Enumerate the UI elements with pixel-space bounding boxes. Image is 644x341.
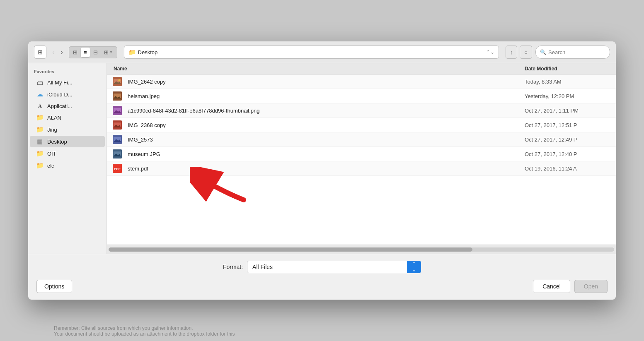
file-icon-cell: PDF [107, 164, 128, 173]
options-button[interactable]: Options [36, 280, 72, 293]
file-type-icon [113, 120, 122, 130]
col-date-header: Date Modified [521, 66, 616, 72]
open-button: Open [574, 280, 608, 293]
sidebar-toggle-icon: ⊞ [38, 49, 43, 55]
file-name: stem.pdf [128, 166, 521, 172]
col-name-header: Name [107, 66, 521, 72]
svg-text:PDF: PDF [114, 167, 121, 171]
svg-point-3 [119, 79, 121, 82]
view-columns-button[interactable]: ⊟ [90, 48, 101, 57]
search-box: 🔍 [535, 46, 610, 59]
file-date: Oct 27, 2017, 12:49 P [521, 137, 616, 143]
view-grid-button[interactable]: ⊞▼ [101, 48, 116, 57]
file-type-icon [113, 135, 122, 144]
sidebar-item-label: Desktop [47, 139, 67, 145]
alan-folder-icon: 📁 [36, 114, 44, 121]
sidebar-item-label: elc [47, 163, 54, 169]
format-select[interactable]: All Files JPEG PNG PDF GIF TIFF [247, 261, 421, 273]
file-name: IMG_2368 copy [128, 122, 521, 128]
file-name: a1c990cd-848f-43d2-81ff-e6a8f778dd96-thu… [128, 108, 521, 114]
sidebar-item-all-my-files[interactable]: 🗃 All My Fi... [30, 77, 105, 88]
file-type-icon [113, 77, 122, 86]
file-date: Oct 27, 2017, 1:11 PM [521, 108, 616, 114]
desktop-folder-icon: ▦ [36, 138, 44, 145]
sidebar-item-label: ALAN [47, 115, 61, 121]
table-row[interactable]: heisman.jpeg Yesterday, 12:20 PM [107, 89, 616, 103]
file-name: IMG_2642 copy [128, 79, 521, 85]
file-icon-cell [107, 120, 128, 130]
table-row[interactable]: IMG_2642 copy Today, 8:33 AM [107, 74, 616, 89]
sidebar-item-label: iCloud D... [47, 91, 73, 98]
sidebar-item-label: Jing [47, 127, 57, 133]
view-list-button[interactable]: ≡ [81, 48, 90, 57]
sidebar-item-jing[interactable]: 📁 Jing [30, 124, 105, 135]
table-row[interactable]: IMG_2368 copy Oct 27, 2017, 12:51 P [107, 118, 616, 132]
elc-folder-icon: 📁 [36, 162, 44, 169]
sidebar-item-alan[interactable]: 📁 ALAN [30, 112, 105, 123]
file-name: IMG_2573 [128, 137, 521, 143]
sidebar-item-icloud-drive[interactable]: ☁ iCloud D... [30, 89, 105, 100]
format-select-wrapper: All Files JPEG PNG PDF GIF TIFF ⌃⌄ [247, 261, 421, 273]
file-type-icon [113, 91, 122, 101]
scrollbar-thumb [109, 247, 472, 252]
file-type-icon [113, 106, 122, 115]
bottom-area: Format: All Files JPEG PNG PDF GIF TIFF … [28, 254, 616, 300]
share-icon: ↑ [510, 49, 513, 55]
bg-text-line-2: Your document should be uploaded as an a… [54, 331, 590, 337]
file-icon-cell [107, 106, 128, 115]
applications-icon: 𝐀 [36, 103, 44, 109]
sidebar-item-label: Applicati... [47, 103, 72, 109]
table-row[interactable]: PDF stem.pdf Oct 19, 2016, 11:24 A [107, 161, 616, 176]
tag-icon: ○ [524, 49, 528, 55]
file-name: museum.JPG [128, 151, 521, 157]
share-button[interactable]: ↑ [506, 46, 518, 59]
right-buttons: Cancel Open [533, 280, 608, 293]
sidebar-item-label: All My Fi... [47, 79, 73, 86]
search-icon: 🔍 [540, 49, 546, 55]
format-label: Format: [223, 264, 243, 270]
toolbar: ⊞ ‹ › ⊞ ≡ ⊟ ⊞▼ 📁 Desktop ⌃⌄ ↑ ○ 🔍 [28, 41, 616, 63]
file-date: Oct 27, 2017, 12:40 P [521, 151, 616, 157]
cancel-button[interactable]: Cancel [533, 280, 570, 293]
file-date: Oct 19, 2016, 11:24 A [521, 166, 616, 172]
table-row[interactable]: a1c990cd-848f-43d2-81ff-e6a8f778dd96-thu… [107, 103, 616, 118]
search-input[interactable] [548, 49, 605, 55]
button-row: Options Cancel Open [36, 280, 608, 293]
table-row[interactable]: museum.JPG Oct 27, 2017, 12:40 P [107, 147, 616, 161]
view-mode-buttons: ⊞ ≡ ⊟ ⊞▼ [69, 46, 117, 58]
sidebar-item-label: OIT [47, 151, 56, 157]
table-row[interactable]: IMG_2573 Oct 27, 2017, 12:49 P [107, 132, 616, 147]
sidebar-item-desktop[interactable]: ▦ Desktop [30, 136, 105, 147]
sidebar-item-applications[interactable]: 𝐀 Applicati... [30, 101, 105, 111]
file-icon-cell [107, 77, 128, 86]
bg-text-line-1: Remember: Cite all sources from which yo… [54, 325, 590, 331]
file-list: IMG_2642 copy Today, 8:33 AM heisman.jpe… [107, 74, 616, 245]
file-icon-cell [107, 149, 128, 158]
file-list-header: Name Date Modified [107, 63, 616, 74]
file-date: Today, 8:33 AM [521, 79, 616, 85]
sidebar-item-oit[interactable]: 📁 OIT [30, 148, 105, 159]
view-icon-button[interactable]: ⊞ [70, 48, 80, 57]
location-text: Desktop [138, 49, 484, 55]
file-type-icon: PDF [113, 164, 122, 173]
file-dialog: ⊞ ‹ › ⊞ ≡ ⊟ ⊞▼ 📁 Desktop ⌃⌄ ↑ ○ 🔍 [28, 41, 616, 300]
file-date: Oct 27, 2017, 12:51 P [521, 122, 616, 128]
sidebar-toggle-button[interactable]: ⊞ [34, 46, 46, 59]
file-icon-cell [107, 91, 128, 101]
sidebar-item-elc[interactable]: 📁 elc [30, 160, 105, 171]
horizontal-scrollbar[interactable] [107, 245, 616, 254]
back-button[interactable]: ‹ [50, 46, 57, 58]
forward-button[interactable]: › [58, 46, 65, 58]
file-date: Yesterday, 12:20 PM [521, 93, 616, 99]
location-bar[interactable]: 📁 Desktop ⌃⌄ [124, 46, 499, 59]
folder-icon: 📁 [128, 49, 136, 55]
format-row: Format: All Files JPEG PNG PDF GIF TIFF … [36, 261, 608, 273]
sidebar: Favorites 🗃 All My Fi... ☁ iCloud D... 𝐀… [28, 63, 107, 254]
icloud-icon: ☁ [36, 91, 44, 98]
file-icon-cell [107, 135, 128, 144]
file-list-wrapper: Name Date Modified IMG_2642 copy Today, … [107, 63, 616, 254]
tag-button[interactable]: ○ [520, 46, 532, 59]
sidebar-section-title: Favorites [28, 67, 107, 77]
content-area: Favorites 🗃 All My Fi... ☁ iCloud D... 𝐀… [28, 63, 616, 254]
location-chevron-icon: ⌃⌄ [486, 49, 494, 55]
